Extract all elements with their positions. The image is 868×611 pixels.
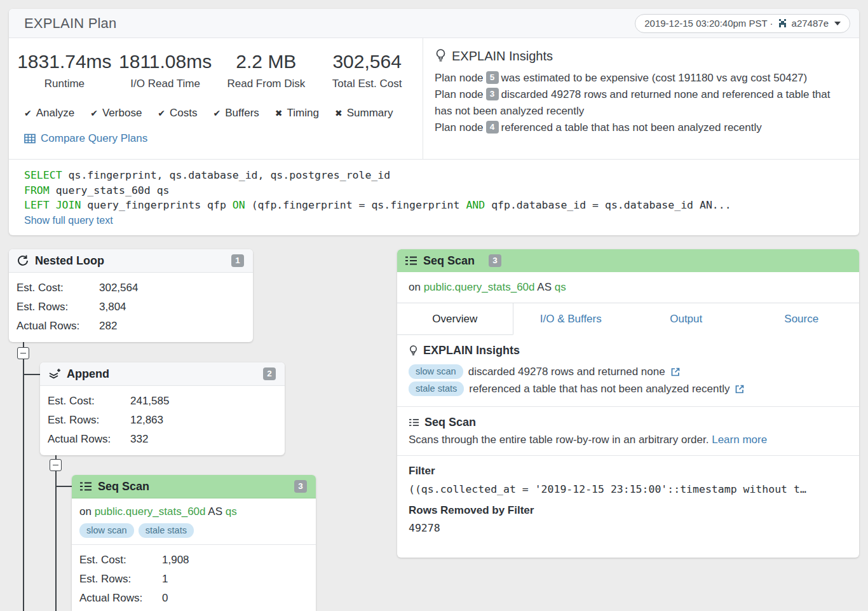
sql-line: SELECT qs.fingerprint, qs.database_id, q… (24, 168, 844, 183)
check-icon: ✔ (158, 108, 165, 118)
detail-insights-section: EXPLAIN Insights slow scan discarded 492… (397, 335, 859, 407)
node-title: Nested Loop (35, 254, 104, 268)
insight-tag-slow-scan: slow scan (409, 364, 463, 379)
insight-item: Plan node3discarded 49278 rows and retur… (435, 86, 846, 120)
insights-panel-title: EXPLAIN Insights (452, 49, 553, 64)
show-full-query-link[interactable]: Show full query text (24, 215, 113, 226)
plan-selector-dropdown[interactable]: 2019-12-15 03:20:40pm PST · a27487e (635, 14, 850, 33)
external-link-icon[interactable] (670, 367, 681, 377)
explain-plan-card: EXPLAIN Plan 2019-12-15 03:20:40pm PST ·… (9, 9, 859, 235)
node-stat-row: Actual Rows:332 (48, 430, 277, 449)
plan-node-nested-loop[interactable]: Nested Loop 1 Est. Cost:302,564 Est. Row… (9, 249, 253, 342)
collapse-node-toggle[interactable] (17, 347, 29, 359)
node-type-title: Seq Scan (424, 416, 476, 429)
explain-insights-panel: EXPLAIN Insights Plan node5was estimated… (423, 38, 859, 159)
metric-total-est-cost: 302,564 Total Est. Cost (316, 51, 417, 90)
plan-timestamp: 2019-12-15 03:20:40pm PST · (644, 18, 773, 29)
tree-connector-line (24, 374, 41, 375)
seq-scan-icon (405, 255, 417, 266)
tab-output[interactable]: Output (628, 303, 744, 335)
flag-buffers: ✔Buffers (214, 107, 259, 120)
flag-summary: ✖Summary (335, 107, 393, 120)
node-detail-panel: Seq Scan 3 on public.query_stats_60d AS … (397, 249, 859, 558)
tab-overview[interactable]: Overview (397, 303, 513, 335)
node-stat-row: Est. Cost:1,908 (79, 551, 308, 570)
filter-section: Filter ((qs.collected_at = '2019-12-15 2… (397, 456, 859, 543)
insight-tag-stale-stats: stale stats (409, 381, 464, 396)
compare-query-plans-link[interactable]: Compare Query Plans (24, 132, 147, 145)
table-link[interactable]: public.query_stats_60d (95, 505, 206, 518)
rows-removed-label: Rows Removed by Filter (409, 504, 848, 517)
nested-loop-icon (17, 254, 29, 267)
plan-node-badge[interactable]: 4 (486, 121, 499, 134)
node-stat-row: Est. Rows:1 (79, 570, 308, 589)
sql-line: FROM query_stats_60d qs (24, 183, 844, 198)
plan-node-badge[interactable]: 5 (486, 71, 499, 84)
table-grid-icon (24, 134, 36, 144)
lightbulb-icon (435, 48, 447, 64)
filter-label: Filter (409, 465, 848, 477)
tab-source[interactable]: Source (744, 303, 860, 335)
node-number-badge: 3 (294, 480, 307, 493)
sql-line: LEFT JOIN query_fingerprints qfp ON (qfp… (24, 198, 844, 213)
flag-costs: ✔Costs (158, 107, 197, 120)
insight-tag-stale-stats: stale stats (139, 523, 194, 538)
external-link-icon[interactable] (735, 384, 745, 394)
detail-node-title: Seq Scan (423, 254, 475, 268)
detail-insight-item: stale stats referenced a table that has … (409, 380, 848, 397)
seq-scan-icon (79, 481, 92, 492)
node-stat-row: Est. Cost:241,585 (48, 392, 277, 411)
node-number-badge: 2 (263, 367, 276, 380)
flag-verbose: ✔Verbose (90, 107, 142, 120)
page-title: EXPLAIN Plan (24, 15, 116, 32)
metric-read-from-disk: 2.2 MB Read From Disk (216, 51, 317, 90)
learn-more-link[interactable]: Learn more (712, 434, 767, 446)
plan-identicon-icon (778, 18, 787, 28)
plan-stats: 1831.74ms Runtime 1811.08ms I/O Read Tim… (9, 38, 423, 159)
lightbulb-icon (409, 345, 418, 357)
plan-tree-area: Nested Loop 1 Est. Cost:302,564 Est. Row… (0, 235, 868, 611)
node-number-badge: 1 (231, 254, 244, 267)
node-stat-row: Est. Rows:3,804 (17, 298, 245, 317)
node-type-description: Scans through the entire table row-by-ro… (409, 434, 848, 446)
node-stat-row: Est. Cost:302,564 (17, 278, 245, 298)
node-stat-row: Actual Rows:0 (79, 589, 308, 608)
card-header: EXPLAIN Plan 2019-12-15 03:20:40pm PST ·… (9, 9, 859, 38)
tree-connector-line (23, 334, 24, 611)
insight-tag-slow-scan: slow scan (79, 523, 134, 538)
caret-down-icon (834, 22, 841, 25)
alias-link[interactable]: qs (555, 281, 566, 293)
plan-node-badge[interactable]: 3 (486, 88, 499, 100)
node-number-badge: 3 (489, 254, 501, 267)
check-icon: ✔ (24, 108, 32, 118)
metrics-row: 1831.74ms Runtime 1811.08ms I/O Read Tim… (9, 47, 423, 90)
collapse-node-toggle[interactable] (50, 459, 62, 471)
plan-node-seq-scan[interactable]: Seq Scan 3 on public.query_stats_60d AS … (72, 475, 316, 611)
plan-fingerprint: a27487e (792, 18, 829, 29)
tab-io-buffers[interactable]: I/O & Buffers (513, 303, 629, 335)
x-icon: ✖ (275, 108, 283, 118)
detail-table-line: on public.query_stats_60d AS qs (397, 272, 859, 303)
plan-node-append[interactable]: Append 2 Est. Cost:241,585 Est. Rows:12,… (40, 362, 285, 455)
append-icon (48, 367, 61, 380)
node-stat-row: Actual Rows:282 (17, 317, 245, 336)
flag-timing: ✖Timing (275, 107, 319, 120)
tree-connector-line (56, 486, 72, 487)
tree-connector-line (55, 447, 57, 611)
explain-flags: ✔Analyze ✔Verbose ✔Costs ✔Buffers ✖Timin… (9, 90, 423, 120)
table-link[interactable]: public.query_stats_60d (424, 281, 535, 293)
detail-tabs: Overview I/O & Buffers Output Source (397, 303, 859, 335)
metric-runtime: 1831.74ms Runtime (14, 51, 115, 90)
metric-io-read-time: 1811.08ms I/O Read Time (115, 51, 216, 90)
node-type-help-section: Seq Scan Scans through the entire table … (397, 407, 859, 456)
rows-removed-value: 49278 (409, 522, 848, 534)
node-title: Seq Scan (98, 480, 149, 493)
filter-expression: ((qs.collected_at = '2019-12-15 23:15:00… (409, 483, 848, 495)
alias-link[interactable]: qs (226, 505, 237, 518)
node-table-line: on public.query_stats_60d AS qs (79, 505, 308, 518)
node-title: Append (67, 367, 109, 381)
insight-item: Plan node5was estimated to be expensive … (435, 70, 846, 86)
node-stat-row: Est. Rows:12,863 (48, 411, 277, 430)
x-icon: ✖ (335, 108, 342, 118)
detail-insight-item: slow scan discarded 49278 rows and retur… (409, 363, 848, 380)
